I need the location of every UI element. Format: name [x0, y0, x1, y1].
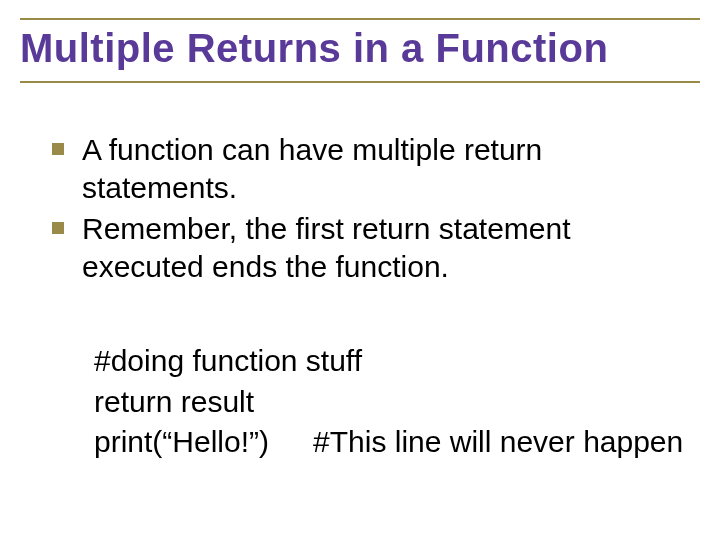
- list-item: A function can have multiple return stat…: [52, 131, 700, 206]
- code-line: print(“Hello!”) #This line will never ha…: [94, 422, 700, 463]
- code-text: #doing function stuff: [94, 341, 362, 382]
- spacing: [269, 422, 313, 463]
- list-item: Remember, the first return statement exe…: [52, 210, 700, 285]
- title-container: Multiple Returns in a Function: [20, 18, 700, 83]
- slide: Multiple Returns in a Function A functio…: [0, 0, 720, 540]
- code-example: #doing function stuff return result prin…: [94, 341, 700, 463]
- bullet-text: Remember, the first return statement exe…: [82, 210, 700, 285]
- code-line: #doing function stuff: [94, 341, 700, 382]
- code-line: return result: [94, 382, 700, 423]
- bullet-list: A function can have multiple return stat…: [52, 131, 700, 285]
- square-bullet-icon: [52, 143, 64, 155]
- code-text: print(“Hello!”): [94, 422, 269, 463]
- code-text: return result: [94, 382, 254, 423]
- code-comment: #This line will never happen: [313, 422, 683, 463]
- bullet-text: A function can have multiple return stat…: [82, 131, 700, 206]
- square-bullet-icon: [52, 222, 64, 234]
- slide-title: Multiple Returns in a Function: [20, 26, 700, 71]
